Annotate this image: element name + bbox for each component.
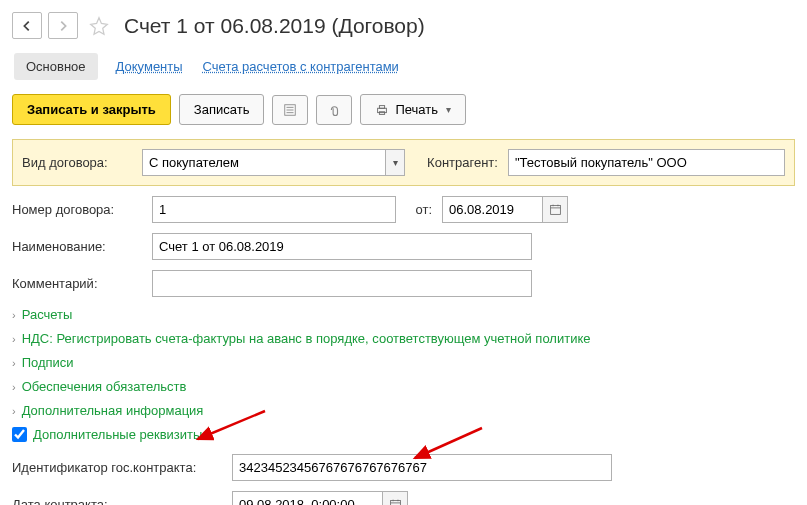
contract-date-picker-button[interactable] (382, 491, 408, 505)
contract-date-field[interactable] (232, 491, 408, 505)
page-title: Счет 1 от 06.08.2019 (Договор) (124, 14, 425, 38)
extra-requisites-label: Дополнительные реквизиты (33, 427, 202, 442)
arrow-left-icon (20, 19, 34, 33)
expander-label: Дополнительная информация (22, 403, 204, 418)
expander-extra-info[interactable]: › Дополнительная информация (12, 403, 795, 418)
tab-main[interactable]: Основное (14, 53, 98, 80)
from-date-picker-button[interactable] (542, 196, 568, 223)
expander-label: Подписи (22, 355, 74, 370)
chevron-right-icon: › (12, 381, 16, 393)
title-bar: Счет 1 от 06.08.2019 (Договор) (12, 12, 795, 39)
chevron-right-icon: › (12, 309, 16, 321)
svg-rect-5 (380, 105, 385, 108)
comment-label: Комментарий: (12, 276, 142, 291)
comment-input[interactable] (152, 270, 532, 297)
chevron-down-icon: ▾ (446, 104, 451, 115)
contract-number-label: Номер договора: (12, 202, 142, 217)
expander-label: Расчеты (22, 307, 73, 322)
nav-back-button[interactable] (12, 12, 42, 39)
from-date-field[interactable] (442, 196, 568, 223)
expander-calculations[interactable]: › Расчеты (12, 307, 795, 322)
expander-securing[interactable]: › Обеспечения обязательств (12, 379, 795, 394)
arrow-right-icon (56, 19, 70, 33)
nav-forward-button[interactable] (48, 12, 78, 39)
contract-date-input[interactable] (232, 491, 382, 505)
favorite-star-icon[interactable] (88, 15, 110, 37)
name-label: Наименование: (12, 239, 142, 254)
gos-contract-id-input[interactable] (232, 454, 612, 481)
chevron-right-icon: › (12, 333, 16, 345)
list-icon (283, 103, 297, 117)
calendar-icon (549, 203, 562, 216)
contract-type-row: Вид договора: ▾ Контрагент: (12, 139, 795, 186)
calendar-icon (389, 498, 402, 505)
expander-nds[interactable]: › НДС: Регистрировать счета-фактуры на а… (12, 331, 795, 346)
print-button[interactable]: Печать ▾ (360, 94, 466, 125)
extra-requisites-checkbox[interactable] (12, 427, 27, 442)
contract-date-label: Дата контракта: (12, 497, 222, 505)
contragent-label: Контрагент: (427, 155, 498, 170)
gos-contract-id-row: Идентификатор гос.контракта: (12, 454, 795, 481)
save-button[interactable]: Записать (179, 94, 265, 125)
contract-number-row: Номер договора: от: (12, 196, 795, 223)
list-button[interactable] (272, 95, 308, 125)
contract-type-dropdown-button[interactable]: ▾ (385, 149, 405, 176)
from-date-input[interactable] (442, 196, 542, 223)
save-close-button[interactable]: Записать и закрыть (12, 94, 171, 125)
chevron-right-icon: › (12, 357, 16, 369)
printer-icon (375, 103, 389, 117)
svg-rect-7 (550, 205, 560, 214)
tab-accounts[interactable]: Счета расчетов с контрагентами (201, 53, 401, 80)
contract-type-input[interactable] (142, 149, 385, 176)
comment-row: Комментарий: (12, 270, 795, 297)
contract-date-row: Дата контракта: (12, 491, 795, 505)
paperclip-icon (327, 103, 341, 117)
from-label: от: (406, 202, 432, 217)
expander-signatures[interactable]: › Подписи (12, 355, 795, 370)
toolbar: Записать и закрыть Записать Печать ▾ (12, 94, 795, 125)
expander-label: Обеспечения обязательств (22, 379, 187, 394)
print-button-label: Печать (395, 102, 438, 117)
attach-button[interactable] (316, 95, 352, 125)
contract-type-label: Вид договора: (22, 155, 132, 170)
contract-number-input[interactable] (152, 196, 396, 223)
contragent-input[interactable] (508, 149, 785, 176)
tab-bar: Основное Документы Счета расчетов с конт… (12, 53, 795, 80)
gos-contract-id-label: Идентификатор гос.контракта: (12, 460, 222, 475)
name-input[interactable] (152, 233, 532, 260)
tab-documents[interactable]: Документы (114, 53, 185, 80)
name-row: Наименование: (12, 233, 795, 260)
chevron-right-icon: › (12, 405, 16, 417)
extra-requisites-row: Дополнительные реквизиты (12, 427, 795, 442)
contract-type-select[interactable]: ▾ (142, 149, 405, 176)
expander-label: НДС: Регистрировать счета-фактуры на ава… (22, 331, 591, 346)
